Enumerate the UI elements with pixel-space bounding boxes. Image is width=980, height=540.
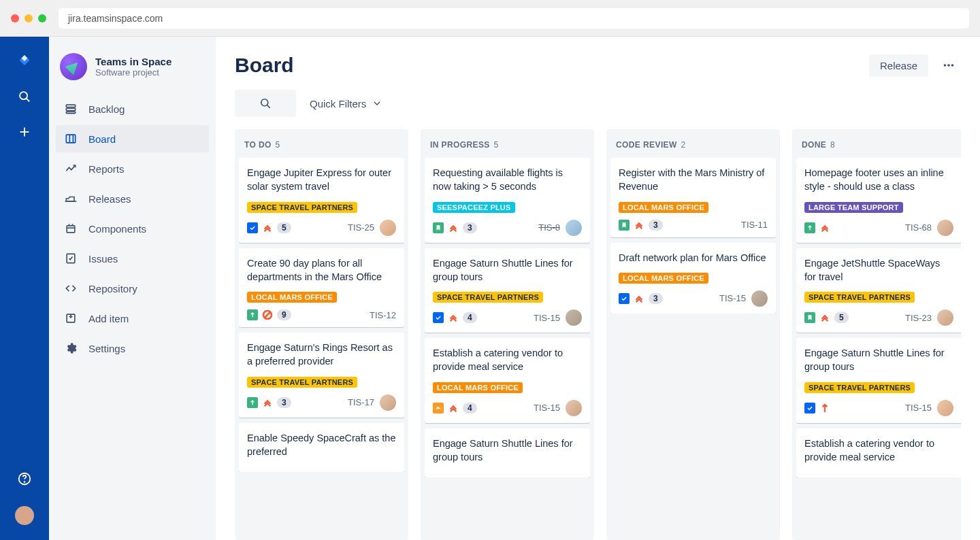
issue-type-task-icon bbox=[619, 293, 630, 304]
column-name: TO DO bbox=[244, 140, 272, 150]
assignee-avatar[interactable] bbox=[566, 220, 582, 236]
maximize-window-dot[interactable] bbox=[38, 14, 46, 22]
epic-label[interactable]: SPACE TRAVEL PARTNERS bbox=[804, 292, 915, 303]
issue-type-imp-icon bbox=[804, 222, 815, 233]
issue-card[interactable]: Create 90 day plans for all departments … bbox=[239, 248, 404, 328]
svg-point-23 bbox=[951, 64, 954, 67]
story-points-badge: 5 bbox=[834, 312, 849, 323]
epic-label[interactable]: LOCAL MARS OFFICE bbox=[247, 292, 337, 303]
sidebar-item-board[interactable]: Board bbox=[56, 125, 209, 152]
sidebar-item-label: Reports bbox=[88, 163, 125, 175]
search-button[interactable] bbox=[235, 90, 296, 117]
svg-rect-13 bbox=[67, 226, 75, 233]
assignee-avatar[interactable] bbox=[566, 400, 582, 416]
issue-key[interactable]: TIS-68 bbox=[905, 222, 932, 233]
user-avatar[interactable] bbox=[15, 506, 34, 525]
page-title: Board bbox=[235, 54, 869, 77]
svg-point-0 bbox=[20, 92, 27, 99]
story-points-badge: 3 bbox=[649, 220, 663, 231]
issue-card[interactable]: Requesting available flights is now taki… bbox=[425, 158, 590, 243]
column-header: DONE 8 bbox=[796, 136, 961, 158]
sidebar-item-reports[interactable]: Reports bbox=[56, 155, 209, 182]
sidebar-item-label: Add item bbox=[88, 313, 129, 324]
issue-key[interactable]: TIS-8 bbox=[538, 222, 560, 233]
issue-card[interactable]: Engage Saturn Shuttle Lines for group to… bbox=[425, 428, 590, 478]
issue-card[interactable]: Enable Speedy SpaceCraft as the preferre… bbox=[239, 423, 404, 473]
column-header: IN PROGRESS 5 bbox=[425, 136, 590, 158]
issue-key[interactable]: TIS-25 bbox=[348, 222, 374, 233]
global-nav bbox=[0, 37, 49, 540]
project-header[interactable]: Teams in Space Software project bbox=[56, 53, 209, 95]
issue-key[interactable]: TIS-15 bbox=[905, 403, 932, 413]
issue-card[interactable]: Homepage footer uses an inline style - s… bbox=[796, 158, 961, 243]
epic-label[interactable]: LOCAL MARS OFFICE bbox=[619, 202, 708, 213]
epic-label[interactable]: SPACE TRAVEL PARTNERS bbox=[433, 292, 543, 303]
sidebar-item-components[interactable]: Components bbox=[56, 215, 209, 242]
issue-key[interactable]: TIS-12 bbox=[370, 310, 396, 320]
assignee-avatar[interactable] bbox=[937, 220, 953, 236]
svg-rect-6 bbox=[66, 105, 75, 107]
assignee-avatar[interactable] bbox=[566, 309, 582, 326]
priority-medium-icon bbox=[819, 403, 830, 414]
issue-key[interactable]: TIS-15 bbox=[534, 403, 560, 413]
project-avatar-icon bbox=[60, 53, 87, 80]
epic-label[interactable]: SPACE TRAVEL PARTNERS bbox=[804, 382, 915, 393]
epic-label[interactable]: LOCAL MARS OFFICE bbox=[619, 273, 708, 284]
issue-type-task-icon bbox=[433, 312, 444, 323]
issue-type-story-icon bbox=[433, 222, 444, 233]
issue-key[interactable]: TIS-15 bbox=[719, 293, 746, 303]
epic-label[interactable]: SPACE TRAVEL PARTNERS bbox=[247, 202, 357, 213]
issue-card[interactable]: Engage JetShuttle SpaceWays for travelSP… bbox=[796, 248, 961, 333]
story-points-badge: 4 bbox=[463, 312, 477, 323]
card-title: Engage Jupiter Express for outer solar s… bbox=[247, 166, 396, 194]
epic-label[interactable]: LOCAL MARS OFFICE bbox=[433, 382, 523, 393]
minimize-window-dot[interactable] bbox=[24, 14, 33, 22]
story-points-badge: 9 bbox=[277, 309, 291, 320]
sidebar-item-label: Board bbox=[88, 133, 116, 145]
help-icon[interactable] bbox=[16, 471, 33, 487]
sidebar-item-add-item[interactable]: Add item bbox=[56, 305, 209, 332]
issue-key[interactable]: TIS-15 bbox=[534, 313, 560, 323]
epic-label[interactable]: SPACE TRAVEL PARTNERS bbox=[247, 377, 357, 388]
issue-type-story-icon bbox=[619, 220, 630, 231]
project-type: Software project bbox=[95, 67, 172, 78]
story-points-badge: 4 bbox=[463, 403, 477, 414]
release-button[interactable]: Release bbox=[869, 54, 928, 77]
create-icon[interactable] bbox=[16, 124, 33, 140]
sidebar-item-issues[interactable]: Issues bbox=[56, 245, 209, 272]
priority-highest-icon bbox=[448, 403, 459, 414]
issue-card[interactable]: Engage Jupiter Express for outer solar s… bbox=[239, 158, 404, 243]
issue-card[interactable]: Engage Saturn's Rings Resort as a prefer… bbox=[239, 333, 404, 418]
issue-card[interactable]: Draft network plan for Mars OfficeLOCAL … bbox=[610, 243, 776, 314]
more-actions-button[interactable] bbox=[936, 53, 961, 78]
card-title: Homepage footer uses an inline style - s… bbox=[804, 166, 953, 194]
issue-card[interactable]: Establish a catering vendor to provide m… bbox=[796, 428, 961, 478]
assignee-avatar[interactable] bbox=[380, 394, 396, 411]
assignee-avatar[interactable] bbox=[937, 309, 953, 326]
sidebar-item-label: Components bbox=[88, 223, 146, 235]
issue-key[interactable]: TIS-17 bbox=[348, 397, 374, 407]
epic-label[interactable]: LARGE TEAM SUPPORT bbox=[804, 202, 903, 213]
sidebar-item-repository[interactable]: Repository bbox=[56, 275, 209, 302]
assignee-avatar[interactable] bbox=[937, 400, 953, 416]
jira-logo-icon[interactable] bbox=[16, 53, 33, 69]
issue-key[interactable]: TIS-23 bbox=[905, 313, 932, 323]
search-icon[interactable] bbox=[16, 88, 33, 105]
close-window-dot[interactable] bbox=[11, 14, 19, 22]
assignee-avatar[interactable] bbox=[751, 290, 768, 307]
issue-card[interactable]: Engage Saturn Shuttle Lines for group to… bbox=[425, 248, 590, 333]
sidebar-item-settings[interactable]: Settings bbox=[56, 335, 209, 362]
issue-card[interactable]: Establish a catering vendor to provide m… bbox=[425, 338, 590, 423]
column-name: DONE bbox=[802, 140, 826, 150]
issue-card[interactable]: Engage Saturn Shuttle Lines for group to… bbox=[796, 338, 961, 423]
url-bar[interactable]: jira.teamsinspace.com bbox=[59, 8, 969, 29]
project-name: Teams in Space bbox=[95, 56, 172, 67]
sidebar-item-backlog[interactable]: Backlog bbox=[56, 95, 209, 122]
issue-card[interactable]: Register with the Mars Ministry of Reven… bbox=[610, 158, 776, 237]
sidebar-item-releases[interactable]: Releases bbox=[56, 185, 209, 212]
issue-key[interactable]: TIS-11 bbox=[741, 220, 768, 230]
story-points-badge: 3 bbox=[649, 293, 663, 304]
epic-label[interactable]: SEESPACEEZ PLUS bbox=[433, 202, 515, 213]
assignee-avatar[interactable] bbox=[380, 220, 396, 236]
quick-filters-dropdown[interactable]: Quick Filters bbox=[310, 98, 382, 109]
